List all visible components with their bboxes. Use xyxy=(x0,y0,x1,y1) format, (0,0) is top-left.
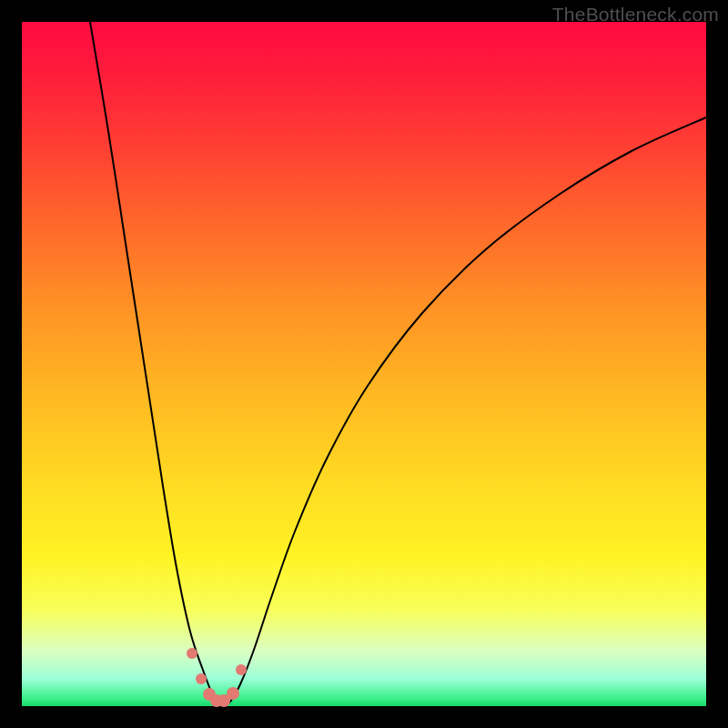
marker-dots xyxy=(187,648,247,707)
marker-dot xyxy=(227,687,239,700)
marker-dot xyxy=(196,673,207,684)
chart-area xyxy=(22,22,706,706)
watermark-text: TheBottleneck.com xyxy=(552,4,719,25)
marker-dot xyxy=(236,664,247,675)
curve-plot xyxy=(22,22,706,706)
bottleneck-curve xyxy=(90,22,706,705)
marker-dot xyxy=(187,648,197,659)
